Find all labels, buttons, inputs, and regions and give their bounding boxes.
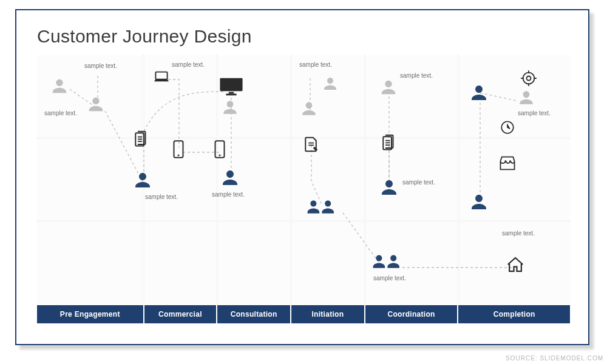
person-icon xyxy=(468,82,490,104)
monitor-icon xyxy=(219,77,243,96)
person-icon xyxy=(299,99,319,118)
store-icon xyxy=(498,155,517,172)
stage-completion: Completion xyxy=(458,305,570,323)
document-icon xyxy=(132,129,150,147)
svg-point-9 xyxy=(527,76,531,81)
stage-commercial: Commercial xyxy=(144,305,217,323)
svg-rect-4 xyxy=(229,92,234,94)
label: sample text. xyxy=(44,110,77,116)
journey-grid: sample text. sample text. sample text. s… xyxy=(37,55,570,304)
slide-title: Customer Journey Design xyxy=(37,26,568,47)
label: sample text. xyxy=(145,194,178,200)
stage-consultation: Consultation xyxy=(217,305,290,323)
person-icon xyxy=(378,77,399,98)
svg-rect-0 xyxy=(155,72,167,79)
clock-icon xyxy=(500,120,515,135)
connector-lines xyxy=(37,55,570,304)
laptop-icon xyxy=(152,70,171,84)
svg-rect-5 xyxy=(226,93,236,95)
label: sample text. xyxy=(502,230,535,237)
label: sample text. xyxy=(212,191,245,198)
person-icon xyxy=(132,169,154,191)
smartphone-icon xyxy=(214,140,225,158)
slide-frame: Customer Journey Design xyxy=(15,9,589,345)
label: sample text. xyxy=(373,275,406,281)
stage-pre-engagement: Pre Engagement xyxy=(37,305,143,323)
stage-coordination: Coordination xyxy=(365,305,458,323)
person-icon xyxy=(49,76,70,96)
grid-lines xyxy=(37,55,570,304)
target-icon xyxy=(520,70,537,87)
person-icon xyxy=(517,88,536,107)
svg-rect-3 xyxy=(220,78,242,91)
svg-point-2 xyxy=(178,155,180,157)
label: sample text. xyxy=(172,61,205,68)
people-pair-icon xyxy=(370,251,404,274)
svg-point-7 xyxy=(219,155,221,157)
person-icon xyxy=(321,75,339,93)
label: sample text. xyxy=(400,72,433,79)
person-icon xyxy=(219,167,241,189)
label: sample text. xyxy=(518,110,551,116)
stage-bar: Pre Engagement Commercial Consultation I… xyxy=(37,305,570,323)
label: sample text. xyxy=(84,62,117,69)
stage-initiation: Initiation xyxy=(291,305,364,323)
person-icon xyxy=(468,191,490,213)
house-icon xyxy=(506,255,525,274)
person-icon xyxy=(86,94,106,115)
edit-document-icon xyxy=(302,135,320,153)
person-icon xyxy=(378,177,400,198)
label: sample text. xyxy=(402,179,435,186)
svg-point-8 xyxy=(523,73,535,84)
smartphone-icon xyxy=(173,140,184,158)
people-pair-icon xyxy=(304,196,338,219)
document-icon xyxy=(379,133,398,151)
source-attribution: SOURCE: SLIDEMODEL.COM xyxy=(506,355,603,362)
person-icon xyxy=(220,98,240,117)
label: sample text. xyxy=(299,61,332,68)
